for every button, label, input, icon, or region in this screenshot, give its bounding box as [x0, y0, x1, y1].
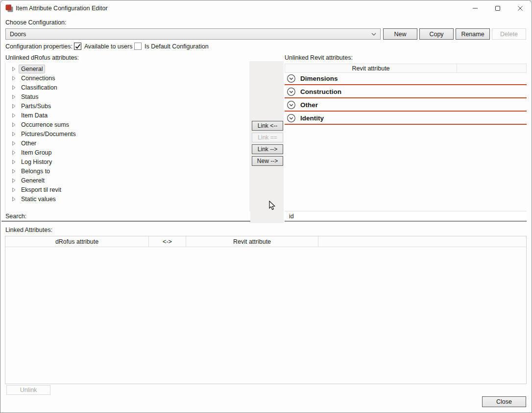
revit-filter-input[interactable]: id — [285, 211, 527, 222]
revit-group-construction[interactable]: Construction — [285, 86, 527, 98]
tree-item-static-values[interactable]: Static values — [5, 194, 249, 204]
expander-icon[interactable] — [12, 85, 16, 90]
checkmark-icon — [75, 44, 81, 49]
title-bar[interactable]: Item Attribute Configuration Editor — [0, 0, 532, 16]
revit-group-dimensions[interactable]: Dimensions — [285, 73, 527, 85]
expander-icon[interactable] — [12, 150, 16, 155]
tree-item-eksport-til-revit[interactable]: Eksport til revit — [5, 185, 249, 194]
revit-group-other[interactable]: Other — [285, 99, 527, 112]
search-label: Search: — [5, 213, 26, 220]
unlinked-revit-label: Unlinked Revit attributes: — [285, 54, 353, 61]
new-button[interactable]: New — [383, 28, 417, 40]
revit-attribute-column-header[interactable]: Revit attribute — [285, 64, 457, 72]
collapse-chevron-icon[interactable] — [287, 114, 296, 123]
close-window-button[interactable] — [509, 0, 532, 16]
linked-table-header: dRofus attribute <-> Revit attribute — [5, 236, 526, 247]
tree-item-item-group[interactable]: Item Group — [5, 148, 249, 157]
expander-icon[interactable] — [12, 122, 16, 127]
expander-icon[interactable] — [12, 169, 16, 174]
tree-item-log-history[interactable]: Log History — [5, 157, 249, 166]
expander-icon[interactable] — [12, 178, 16, 183]
link-equal-button: Link == — [252, 133, 283, 142]
close-icon — [517, 5, 523, 11]
expander-icon[interactable] — [12, 132, 16, 137]
tree-item-status[interactable]: Status — [5, 92, 249, 101]
collapse-chevron-icon[interactable] — [287, 100, 296, 110]
expander-icon[interactable] — [12, 113, 16, 118]
tree-item-classification[interactable]: Classification — [5, 83, 249, 92]
unlink-button: Unlink — [6, 385, 50, 395]
tree-item-connections[interactable]: Connections — [5, 73, 249, 83]
is-default-configuration-checkbox[interactable] — [134, 43, 142, 50]
linked-attributes-label: Linked Attributes: — [5, 227, 52, 233]
tree-item-parts-subs[interactable]: Parts/Subs — [5, 101, 249, 111]
configuration-dropdown[interactable]: Doors — [5, 28, 381, 40]
configuration-dropdown-value: Doors — [10, 31, 26, 38]
revit-group-identity[interactable]: Identity — [285, 113, 527, 125]
copy-button[interactable]: Copy — [419, 28, 454, 40]
drofus-logo-icon — [5, 4, 13, 12]
rename-button[interactable]: Rename — [456, 28, 490, 40]
tree-item-general[interactable]: General — [5, 64, 249, 73]
expander-icon[interactable] — [12, 197, 16, 202]
collapse-chevron-icon[interactable] — [287, 87, 296, 96]
column-header-empty — [318, 236, 526, 247]
choose-configuration-label: Choose Configuration: — [5, 19, 66, 26]
tree-item-other[interactable]: Other — [5, 138, 249, 148]
tree-item-pictures-documents[interactable]: Pictures/Documents — [5, 129, 249, 138]
drofus-attributes-tree[interactable]: General Connections Classification Statu… — [5, 63, 249, 212]
link-right-button[interactable]: Link --> — [252, 144, 283, 154]
expander-icon[interactable] — [12, 160, 16, 164]
delete-button: Delete — [492, 28, 526, 40]
linked-attributes-table[interactable]: dRofus attribute <-> Revit attribute — [5, 236, 527, 384]
drofus-search-input[interactable]: Search: — [1, 211, 250, 222]
available-to-users-label[interactable]: Available to users — [84, 43, 132, 50]
expander-icon[interactable] — [12, 187, 16, 192]
expander-icon[interactable] — [12, 67, 16, 71]
tree-item-occurrence-sums[interactable]: Occurrence sums — [5, 120, 249, 129]
is-default-configuration-label[interactable]: Is Default Configuration — [145, 43, 209, 50]
unlinked-drofus-label: Unlinked dRofus attributes: — [5, 54, 79, 61]
minimize-button[interactable] — [464, 0, 486, 16]
tree-item-item-data[interactable]: Item Data — [5, 111, 249, 120]
maximize-icon — [495, 5, 501, 11]
tree-item-belongs-to[interactable]: Belongs to — [5, 166, 249, 176]
expander-icon[interactable] — [12, 141, 16, 146]
configuration-properties-label: Configuration properties: — [5, 43, 73, 50]
window-title: Item Attribute Configuration Editor — [16, 0, 108, 16]
expander-icon[interactable] — [12, 76, 16, 81]
revit-empty-column-header — [457, 64, 526, 72]
column-header-drofus-attribute[interactable]: dRofus attribute — [5, 236, 149, 247]
tree-item-generelt[interactable]: Generelt — [5, 176, 249, 185]
column-header-revit-attribute[interactable]: Revit attribute — [186, 236, 318, 247]
link-left-button[interactable]: Link <-- — [252, 121, 283, 131]
collapse-chevron-icon[interactable] — [287, 74, 296, 83]
expander-icon[interactable] — [12, 94, 16, 99]
available-to-users-checkbox[interactable] — [74, 43, 81, 50]
column-header-link-direction[interactable]: <-> — [149, 236, 186, 247]
item-attribute-configuration-editor-dialog: Item Attribute Configuration Editor Choo… — [0, 0, 532, 413]
revit-filter-value: id — [289, 213, 294, 220]
close-button[interactable]: Close — [482, 396, 526, 407]
expander-icon[interactable] — [12, 104, 16, 109]
mouse-cursor — [269, 201, 276, 210]
minimize-icon — [472, 5, 478, 11]
chevron-down-icon — [371, 32, 376, 36]
maximize-button[interactable] — [486, 0, 509, 16]
revit-attributes-header: Revit attribute — [285, 64, 527, 73]
new-right-button[interactable]: New --> — [252, 156, 283, 166]
